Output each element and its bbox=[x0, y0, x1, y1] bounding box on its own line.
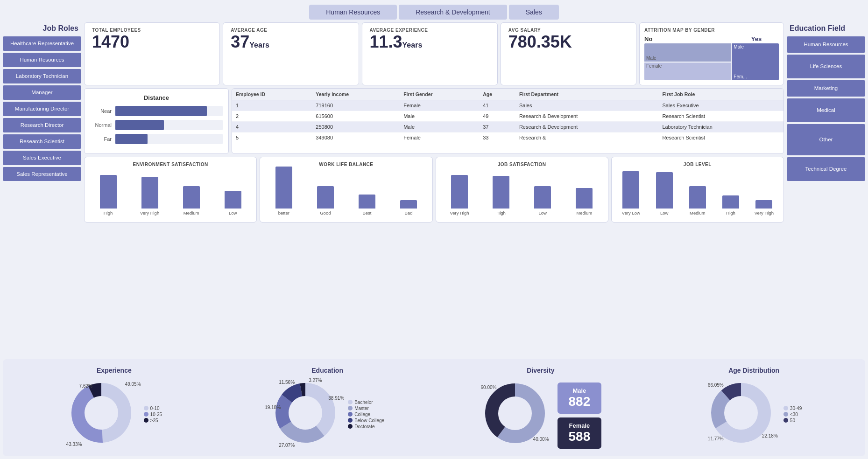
attrition-no-male-label: Male bbox=[646, 56, 656, 61]
experience-content: 49.05% 43.33% 7.62% bbox=[66, 378, 162, 448]
edu-btn-medical[interactable]: Medical bbox=[787, 98, 865, 122]
edu-label-college: College bbox=[354, 412, 370, 417]
age-dot-under30 bbox=[783, 412, 788, 417]
nav-human-resources[interactable]: Human Resources bbox=[309, 5, 397, 20]
job-role-research-director[interactable]: Research Director bbox=[3, 118, 81, 132]
jobsat-very-high-bar bbox=[451, 175, 468, 209]
table-row[interactable]: 5 349080 Female 33 Research & Research S… bbox=[232, 132, 783, 143]
education-donut-svg bbox=[270, 378, 340, 448]
cell-gender: Male bbox=[400, 122, 479, 132]
edu-pct-college: 19.18% bbox=[265, 405, 281, 410]
mid-row: Distance Near Normal bbox=[84, 88, 784, 154]
job-level-title: JOB LEVEL bbox=[617, 162, 778, 167]
job-role-lab-tech[interactable]: Laboratory Technician bbox=[3, 69, 81, 83]
joblevel-very-high: Very High bbox=[750, 200, 778, 216]
male-box-label: Male bbox=[569, 387, 591, 394]
distance-card: Distance Near Normal bbox=[84, 88, 229, 154]
edu-btn-life-sciences[interactable]: Life Sciences bbox=[787, 55, 865, 78]
wlb-better-bar bbox=[275, 167, 292, 209]
jobsat-low: Low bbox=[525, 186, 561, 216]
job-role-research-scientist[interactable]: Research Scientist bbox=[3, 134, 81, 149]
kpi-total-employees: TOTAL EMPLOYEES 1470 bbox=[84, 22, 220, 85]
joblevel-high-label: High bbox=[726, 210, 735, 216]
job-satisfaction-card: JOB SATISFACTION Very High High Low bbox=[436, 157, 608, 223]
age-label-50: 50 bbox=[790, 418, 795, 423]
env-sat-title: ENVIRONMENT SATISFACTION bbox=[90, 162, 251, 167]
employee-table-card: Employee ID Yearly income First Gender A… bbox=[232, 88, 784, 154]
diversity-female-pct: 40.00% bbox=[533, 437, 549, 442]
env-high-bar bbox=[100, 175, 117, 209]
wlb-best-bar bbox=[359, 195, 375, 209]
kpi-avg-exp-unit: Years bbox=[402, 41, 423, 49]
env-very-high-label: Very High bbox=[140, 210, 159, 216]
edu-label-below: Below College bbox=[354, 418, 384, 423]
job-role-hr[interactable]: Human Resources bbox=[3, 53, 81, 67]
job-role-manager[interactable]: Manager bbox=[3, 85, 81, 100]
job-role-mfg-director[interactable]: Manufacturing Director bbox=[3, 102, 81, 116]
male-box: Male 882 bbox=[557, 382, 602, 414]
education-donut-wrap: 38.91% 27.07% 19.18% 11.56% 3.27% bbox=[270, 378, 340, 448]
edu-dot-master bbox=[348, 406, 353, 410]
edu-label-bachelor: Bachelor bbox=[354, 400, 373, 405]
edu-label-master: Master bbox=[354, 406, 369, 411]
cell-age: 41 bbox=[479, 100, 515, 111]
job-role-healthcare[interactable]: Healthcare Representative bbox=[3, 36, 81, 51]
distance-near-bar bbox=[115, 106, 207, 116]
wlb-better: better bbox=[266, 167, 302, 216]
edu-pct-below: 11.56% bbox=[279, 380, 295, 385]
wlb-best: Best bbox=[349, 195, 385, 216]
exp-legend-10-25: 10-25 bbox=[144, 412, 162, 417]
cell-role: Research Scientist bbox=[658, 111, 783, 122]
attrition-card: ATTRITION MAP BY GENDER No Yes Male bbox=[639, 22, 784, 85]
bottom-row: Experience 49.05% 43.33% 7.62% bbox=[3, 359, 865, 456]
kpi-avg-age-number: 37 bbox=[231, 32, 249, 51]
table-row[interactable]: 4 250800 Male 37 Research & Development … bbox=[232, 122, 783, 132]
exp-label-10-25: 10-25 bbox=[150, 412, 162, 417]
table-row[interactable]: 1 719160 Female 41 Sales Sales Executive bbox=[232, 100, 783, 111]
wlb-bad: Bad bbox=[390, 200, 426, 216]
distance-normal-bar-wrap bbox=[115, 120, 223, 130]
joblevel-low: Low bbox=[650, 172, 678, 216]
education-legend: Bachelor Master College Below College bbox=[348, 400, 384, 430]
job-role-sales-executive[interactable]: Sales Executive bbox=[3, 151, 81, 165]
env-low: Low bbox=[215, 191, 251, 216]
age-pct-50: 11.77% bbox=[708, 436, 724, 441]
cell-income: 349080 bbox=[312, 132, 400, 143]
nav-sales[interactable]: Sales bbox=[509, 5, 559, 20]
attrition-yes-male-label: Male bbox=[734, 44, 777, 49]
wlb-bad-bar bbox=[400, 200, 417, 209]
female-box-count: 588 bbox=[569, 429, 591, 444]
edu-btn-hr[interactable]: Human Resources bbox=[787, 36, 865, 53]
kpi-row: TOTAL EMPLOYEES 1470 AVERAGE AGE 37Years… bbox=[84, 22, 784, 85]
nav-research-development[interactable]: Research & Development bbox=[399, 5, 507, 20]
edu-pct-master: 27.07% bbox=[279, 443, 295, 448]
attrition-no-female: Female bbox=[644, 63, 731, 81]
edu-dot-college bbox=[348, 412, 353, 417]
age-dist-content: 66.05% 22.18% 11.77% bbox=[706, 378, 802, 448]
wlb-good: Good bbox=[307, 186, 343, 216]
wlb-best-label: Best bbox=[362, 210, 371, 216]
edu-btn-technical[interactable]: Technical Degree bbox=[787, 157, 865, 181]
job-sat-title: JOB SATISFACTION bbox=[442, 162, 602, 167]
wlb-chart: better Good Best Bad bbox=[266, 171, 426, 217]
satisfaction-row: ENVIRONMENT SATISFACTION High Very High bbox=[84, 157, 784, 223]
env-very-high-bar bbox=[141, 177, 158, 209]
male-box-count: 882 bbox=[569, 394, 591, 409]
distance-near-row: Near bbox=[90, 106, 223, 116]
edu-btn-marketing[interactable]: Marketing bbox=[787, 80, 865, 97]
kpi-avg-exp-value: 11.3Years bbox=[370, 33, 490, 51]
wlb-bad-label: Bad bbox=[405, 210, 413, 216]
jobsat-low-label: Low bbox=[538, 210, 546, 216]
table-row[interactable]: 2 615600 Male 49 Research & Development … bbox=[232, 111, 783, 122]
sidebar-right-title: Education Field bbox=[787, 24, 865, 35]
experience-title: Experience bbox=[97, 367, 132, 374]
edu-btn-other[interactable]: Other bbox=[787, 124, 865, 155]
job-role-sales-rep[interactable]: Sales Representative bbox=[3, 167, 81, 181]
edu-pct-doctorate: 3.27% bbox=[309, 378, 322, 383]
env-low-bar bbox=[225, 191, 241, 209]
age-label-30-49: 30-49 bbox=[790, 406, 802, 411]
dashboard: Human Resources Research & Development S… bbox=[0, 0, 868, 459]
edu-pct-bachelor: 38.91% bbox=[328, 396, 344, 401]
edu-legend-master: Master bbox=[348, 406, 384, 411]
cell-income: 719160 bbox=[312, 100, 400, 111]
